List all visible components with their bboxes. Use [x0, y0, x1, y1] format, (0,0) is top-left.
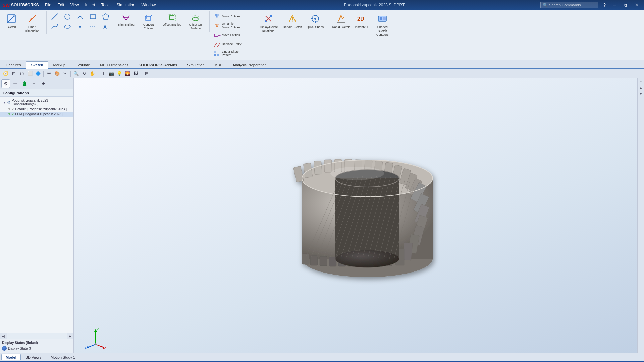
polygon-button[interactable]	[100, 12, 112, 21]
panel-tab-star[interactable]: ★	[39, 79, 48, 88]
panel-tab-filter[interactable]: ⚙	[1, 79, 10, 88]
pan-icon[interactable]: ✋	[89, 70, 96, 77]
move-entities-button[interactable]: Move Entities	[212, 31, 252, 40]
menu-tools[interactable]: Tools	[98, 2, 113, 8]
menu-view[interactable]: View	[68, 2, 82, 8]
circle-button[interactable]	[61, 12, 73, 21]
appearance-icon[interactable]: 🎨	[53, 70, 61, 77]
minimize-button[interactable]: ─	[610, 0, 619, 10]
help-icon[interactable]: ?	[600, 0, 608, 10]
display-state-row: Display State-3	[2, 345, 71, 351]
rapid-sketch-button[interactable]: Rapid Sketch	[330, 12, 352, 30]
bottom-tab-model[interactable]: Model	[1, 354, 21, 360]
tab-solidworks-addins[interactable]: SOLIDWORKS Add-Ins	[133, 61, 182, 68]
tab-sketch[interactable]: Sketch	[26, 61, 48, 69]
repair-sketch-button[interactable]: Repair Sketch	[281, 12, 304, 30]
panel-splitter[interactable]	[72, 78, 73, 353]
left-panel-footer: Display States (linked) Display State-3	[0, 339, 73, 353]
tree-expand-icon: ▼	[3, 101, 6, 104]
bottom-tab-3dviews[interactable]: 3D Views	[21, 354, 46, 360]
smart-dimension-icon: d1	[26, 13, 38, 25]
trim-entities-button[interactable]: Trim Entities	[116, 12, 136, 28]
tree-fem-config[interactable]: ⚙ ✓ FEM [ Pogonski zupcanik 2023 ]	[0, 112, 73, 117]
section-view-icon[interactable]: ⬡	[18, 70, 25, 77]
toolbar-section-pattern: Mirror Entities Dynamic Mirror Entities …	[210, 11, 254, 59]
camera-icon[interactable]: 📷	[108, 70, 115, 77]
convert-entities-button[interactable]: Convert Entities	[137, 12, 160, 32]
centerline-button[interactable]	[87, 22, 99, 32]
tab-features[interactable]: Features	[1, 61, 26, 68]
search-input[interactable]	[549, 3, 596, 7]
rectangle-button[interactable]	[87, 12, 99, 21]
menu-file[interactable]: File	[42, 2, 54, 8]
arc-button[interactable]	[74, 12, 86, 21]
normal-to-icon[interactable]: ⊥	[100, 70, 107, 77]
tab-simulation[interactable]: Simulation	[182, 61, 209, 68]
scene-icon[interactable]: 🌄	[124, 70, 131, 77]
view-bottom-icon[interactable]: ▼	[638, 91, 644, 97]
sketch-button[interactable]: Sketch	[3, 12, 19, 30]
replace-entity-button[interactable]: Replace Entity	[212, 40, 252, 49]
display-delete-relations-button[interactable]: Display/Delete Relations	[256, 12, 280, 34]
menu-window[interactable]: Window	[139, 2, 159, 8]
offset-surface-button[interactable]: Offset On Surface	[184, 12, 207, 32]
bottom-tab-motion[interactable]: Motion Study 1	[46, 354, 79, 360]
panel-tab-tree[interactable]: 🌲	[20, 79, 29, 88]
toolbar-section-advanced: Rapid Sketch 2D Instant2D Shaded Sketch …	[328, 11, 396, 38]
lights-icon[interactable]: 💡	[116, 70, 123, 77]
decals-icon[interactable]: 🖼	[132, 70, 139, 77]
point-button[interactable]	[74, 22, 86, 32]
text-button[interactable]: A	[100, 22, 112, 32]
menu-insert[interactable]: Insert	[82, 2, 98, 8]
logo-text: SOLIDWORKS	[11, 3, 39, 7]
linear-sketch-pattern-icon	[213, 50, 221, 57]
view-cube-icon[interactable]: ⬜	[26, 70, 34, 77]
view-settings-icon[interactable]: ≡	[638, 79, 644, 84]
circle-icon	[64, 13, 71, 20]
tab-mbd[interactable]: MBD	[209, 61, 227, 68]
3d-sketch-icon[interactable]: ⊞	[143, 70, 150, 77]
sketch-label: Sketch	[7, 25, 16, 29]
view-top-icon[interactable]: ▲	[638, 85, 644, 90]
svg-text:A: A	[103, 24, 107, 30]
section-plane-icon[interactable]: ✂	[61, 70, 69, 77]
shaded-sketch-contours-button[interactable]: Shaded Sketch Contours	[370, 12, 394, 37]
spline-button[interactable]	[49, 22, 61, 32]
svg-text:X: X	[104, 346, 106, 349]
linear-sketch-pattern-button[interactable]: Linear Sketch Pattern	[212, 49, 252, 58]
display-style-icon[interactable]: 🔷	[34, 70, 42, 77]
arc-icon	[76, 13, 84, 20]
orient-icon[interactable]: 🧭	[2, 70, 9, 77]
tree-root[interactable]: ▼ ⚙ Pogonski zupcanik 2023 Configuration…	[0, 98, 73, 107]
view-front-icon[interactable]: ⊡	[10, 70, 17, 77]
svg-rect-81	[310, 255, 318, 265]
quick-snaps-button[interactable]: Quick Snaps	[305, 12, 326, 30]
tree-default-config[interactable]: ⚙ ✓ Default [ Pogonski zupcanik 2023 ]	[0, 107, 73, 112]
rotate-icon[interactable]: ↻	[80, 70, 88, 77]
zoom-icon[interactable]: 🔍	[72, 70, 80, 77]
close-button[interactable]: ✕	[632, 0, 641, 10]
tab-mbd-dimensions[interactable]: MBD Dimensions	[95, 61, 133, 68]
menu-edit[interactable]: Edit	[55, 2, 67, 8]
tab-evaluate[interactable]: Evaluate	[70, 61, 95, 68]
svg-rect-82	[320, 256, 327, 266]
search-box[interactable]: 🔍	[540, 2, 598, 8]
restore-button[interactable]: ⧉	[621, 0, 630, 10]
panel-tab-list[interactable]: ☰	[11, 79, 19, 88]
dynamic-mirror-button[interactable]: Dynamic Mirror Entities	[212, 21, 252, 31]
mirror-entities-button[interactable]: Mirror Entities	[212, 12, 252, 21]
instant2d-button[interactable]: 2D Instant2D	[353, 12, 370, 30]
tab-analysis-preparation[interactable]: Analysis Preparation	[228, 61, 272, 68]
line-button[interactable]	[49, 12, 61, 21]
hide-show-icon[interactable]: 👁	[45, 70, 53, 77]
offset-entities-button[interactable]: Offset Entities	[161, 12, 183, 28]
axis-indicator: Y X Z	[84, 326, 104, 346]
tab-markup[interactable]: Markup	[48, 61, 71, 68]
smart-dimension-button[interactable]: d1 Smart Dimension	[20, 12, 44, 34]
ellipse-button[interactable]	[61, 22, 73, 32]
title-right-controls: 🔍 ? ─ ⧉ ✕	[540, 0, 641, 10]
menu-simulation[interactable]: Simulation	[114, 2, 138, 8]
scroll-left-button[interactable]: ◀	[0, 333, 7, 339]
viewport[interactable]: Y X Z	[74, 78, 637, 353]
panel-tab-add[interactable]: ＋	[30, 79, 38, 88]
